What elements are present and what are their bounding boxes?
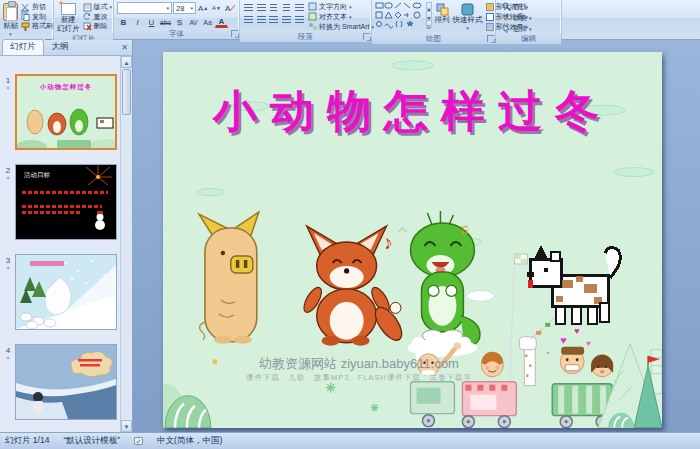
panel-scrollbar[interactable]: ▲ ▼ [120,56,132,432]
svg-text:A: A [225,4,231,13]
panel-tabs: 幻灯片 大纲 ✕ [0,40,132,56]
paste-label: 粘贴 [3,22,18,31]
music-note-red: ♪ [380,230,395,254]
bullets-button[interactable] [243,2,255,13]
strikethrough-button[interactable]: abc [159,16,172,28]
align-right-button[interactable] [268,14,280,25]
reset-icon [83,12,92,21]
status-bar: 幻灯片 1/14 “默认设计模板” ✓ 中文(简体，中国) [0,432,700,449]
reset-button[interactable]: 重设 [83,13,113,22]
language-indicator[interactable]: 中文(简体，中国) [157,435,222,447]
select-button[interactable]: 选择▾ [502,24,558,33]
align-left-button[interactable] [243,14,255,25]
cut-button[interactable]: 剪切 [21,3,53,12]
svg-text:♥: ♥ [574,326,579,336]
thumb4-scene [16,345,116,419]
align-text-button[interactable]: 对齐文本▾ [308,12,374,21]
shapes-scroll-down[interactable]: ▾ [426,11,432,19]
paste-icon [3,3,18,21]
slide-counter: 幻灯片 1/14 [5,435,49,447]
delete-icon [83,22,92,31]
format-painter-button[interactable]: 格式刷 [21,22,53,31]
text-shadow-button[interactable]: S [173,16,186,28]
paragraph-dialog-launcher[interactable] [363,33,370,40]
clear-formatting-button[interactable]: A [224,2,236,14]
clear-formatting-icon: A [225,3,235,13]
convert-to-smartart-button[interactable]: 转换为 SmartArt▾ [308,22,374,31]
grow-font-button[interactable]: A▲ [197,2,209,14]
layout-button[interactable]: 版式▾ [83,3,113,12]
small-cloud [466,290,494,301]
thumb-number-1: 1✶ [3,76,13,91]
tab-outline[interactable]: 大纲 [44,39,77,55]
underline-button[interactable]: U [145,16,158,28]
powerpoint-window: 粘贴 ▾ 剪切 复制 格式刷 [0,0,700,449]
decrease-indent-button[interactable] [268,2,280,13]
pig-illustration [199,212,259,344]
shape-outline-icon [486,13,494,21]
watermark-site: 幼教资源网站 ziyuan.baby611.com [163,355,555,373]
shape-fill-icon [486,3,494,11]
new-slide-button[interactable]: 新建 幻灯片 [57,2,80,33]
scrollbar-thumb[interactable] [122,69,131,115]
align-center-button[interactable] [256,14,268,25]
shapes-gallery[interactable] [375,2,423,33]
thumb1-scene [17,92,117,148]
font-dialog-launcher[interactable] [231,30,238,37]
current-slide[interactable]: ♪ ♫ [163,52,662,428]
shrink-font-button[interactable]: A▼ [210,2,222,14]
paste-button[interactable]: 粘贴 ▾ [3,2,18,37]
editing-canvas: ♪ ♫ [133,40,700,432]
find-button[interactable]: 查找 [502,2,558,11]
font-name-select[interactable]: ▾ [117,2,172,14]
design-template-name: “默认设计模板” [63,435,120,447]
slide-thumbnail-1[interactable]: 小动物怎样过冬 [15,74,117,150]
ribbon-group-font: ▾ 28▾ A▲ A▼ A B I U abc S AV Aa A [114,0,240,39]
thumb3-scene [16,255,116,329]
thumb2-scene [16,165,116,239]
font-size-select[interactable]: 28▾ [173,2,196,14]
character-spacing-button[interactable]: AV [187,16,200,28]
delete-slide-button[interactable]: 删除 [83,22,113,31]
spell-check-status[interactable]: ✓ [134,437,143,445]
shapes-more-button[interactable]: ≡ [426,20,432,28]
bold-button[interactable]: B [117,16,130,28]
numbering-button[interactable] [256,2,268,13]
copy-icon [21,12,30,21]
increase-indent-button[interactable] [281,2,293,13]
ribbon-group-paragraph: 文字方向▾ 对齐文本▾ 转换为 SmartArt▾ 段落 [240,0,372,39]
font-group-label: 字体 [114,28,239,39]
justify-button[interactable] [281,14,293,25]
font-color-button[interactable]: A [215,16,228,28]
copy-button[interactable]: 复制 [21,13,53,22]
line-spacing-button[interactable] [293,2,305,13]
quick-styles-button[interactable]: 快速样式 ▾ [453,2,483,33]
text-direction-icon [308,2,317,11]
shape-effects-icon [486,23,494,31]
italic-button[interactable]: I [131,16,144,28]
tab-slides[interactable]: 幻灯片 [2,39,44,55]
slide-thumbnail-2[interactable]: 活动目标 [15,164,117,240]
text-direction-button[interactable]: 文字方向▾ [308,2,374,11]
ribbon-group-clipboard: 粘贴 ▾ 剪切 复制 格式刷 [0,0,54,39]
thumb-number-3: 3✶ [3,256,13,271]
shapes-scroll-up[interactable]: ▴ [426,2,432,10]
ribbon-group-slides: 新建 幻灯片 版式▾ 重设 删除 [54,0,114,39]
slide-title[interactable]: 小动物怎样过冬 [163,82,662,141]
replace-button[interactable]: 替换▾ [502,13,558,22]
scroll-down-icon[interactable]: ▼ [121,420,132,432]
dog-illustration [527,245,620,324]
scroll-up-icon[interactable]: ▲ [121,56,132,68]
columns-button[interactable] [293,14,305,25]
spell-check-icon: ✓ [134,437,143,445]
close-panel-icon[interactable]: ✕ [119,42,130,53]
align-text-icon [308,12,317,21]
replace-icon [502,13,511,22]
change-case-button[interactable]: Aa [201,16,214,28]
slide-thumbnail-4[interactable] [15,344,117,420]
ribbon: 粘贴 ▾ 剪切 复制 格式刷 [0,0,700,40]
slide-thumbnail-3[interactable] [15,254,117,330]
smartart-icon [308,22,317,31]
svg-text:♥: ♥ [586,339,591,348]
arrange-button[interactable]: 排列 [435,2,450,33]
